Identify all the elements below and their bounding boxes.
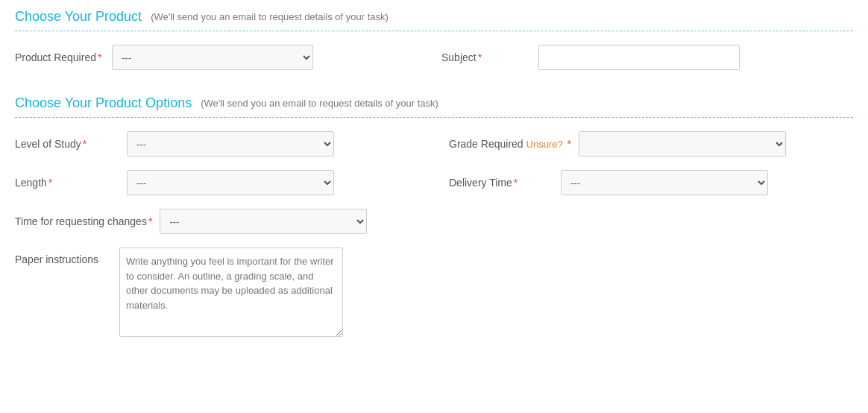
length-star: * bbox=[48, 177, 52, 189]
length-group: Length* --- bbox=[15, 170, 419, 195]
time-changes-row: Time for requesting changes* --- bbox=[15, 209, 853, 234]
section2-title: Choose Your Product Options bbox=[15, 95, 192, 111]
paper-instructions-wrapper bbox=[119, 248, 343, 339]
product-required-select[interactable]: --- bbox=[112, 45, 313, 70]
section2-subtitle: (We'll send you an email to request deta… bbox=[201, 98, 438, 109]
unsure-link[interactable]: Unsure? bbox=[526, 139, 563, 150]
subject-star: * bbox=[478, 51, 482, 63]
product-required-label: Product Required* bbox=[15, 51, 104, 63]
length-label: Length* bbox=[15, 177, 119, 189]
paper-instructions-label: Paper instructions bbox=[15, 248, 104, 265]
level-grade-row: Level of Study* --- Grade Required Unsur… bbox=[15, 131, 853, 157]
level-star: * bbox=[83, 138, 87, 150]
level-of-study-group: Level of Study* --- bbox=[15, 131, 419, 157]
subject-label: Subject* bbox=[441, 51, 531, 63]
length-delivery-row: Length* --- Delivery Time* --- bbox=[15, 170, 853, 195]
grade-required-select[interactable] bbox=[579, 131, 786, 157]
grade-required-label: Grade Required Unsure? * bbox=[449, 138, 571, 150]
time-changes-star: * bbox=[148, 215, 152, 227]
subject-group: Subject* bbox=[441, 45, 853, 70]
product-subject-row: Product Required* --- Subject* bbox=[15, 45, 853, 70]
subject-input[interactable] bbox=[538, 45, 740, 70]
paper-instructions-textarea[interactable] bbox=[119, 248, 343, 337]
level-of-study-label: Level of Study* bbox=[15, 138, 119, 150]
grade-star: * bbox=[567, 138, 571, 150]
grade-required-group: Grade Required Unsure? * bbox=[449, 131, 853, 157]
section-choose-product: Choose Your Product (We'll send you an e… bbox=[0, 0, 868, 95]
product-required-group: Product Required* --- bbox=[15, 45, 427, 70]
delivery-time-label: Delivery Time* bbox=[449, 177, 553, 189]
section-product-options: Choose Your Product Options (We'll send … bbox=[0, 95, 868, 365]
length-select[interactable]: --- bbox=[127, 170, 334, 195]
time-changes-group: Time for requesting changes* --- bbox=[15, 209, 419, 234]
delivery-time-group: Delivery Time* --- bbox=[449, 170, 853, 195]
time-changes-label: Time for requesting changes* bbox=[15, 215, 152, 227]
time-changes-select[interactable]: --- bbox=[160, 209, 367, 234]
section1-subtitle: (We'll send you an email to request deta… bbox=[151, 11, 389, 22]
section1-title: Choose Your Product bbox=[15, 9, 142, 25]
section2-header: Choose Your Product Options (We'll send … bbox=[15, 95, 853, 118]
paper-instructions-row: Paper instructions bbox=[15, 248, 853, 339]
product-required-star: * bbox=[98, 51, 101, 63]
delivery-time-select[interactable]: --- bbox=[561, 170, 768, 195]
level-of-study-select[interactable]: --- bbox=[127, 131, 334, 157]
delivery-star: * bbox=[514, 177, 518, 189]
section1-header: Choose Your Product (We'll send you an e… bbox=[15, 9, 853, 31]
